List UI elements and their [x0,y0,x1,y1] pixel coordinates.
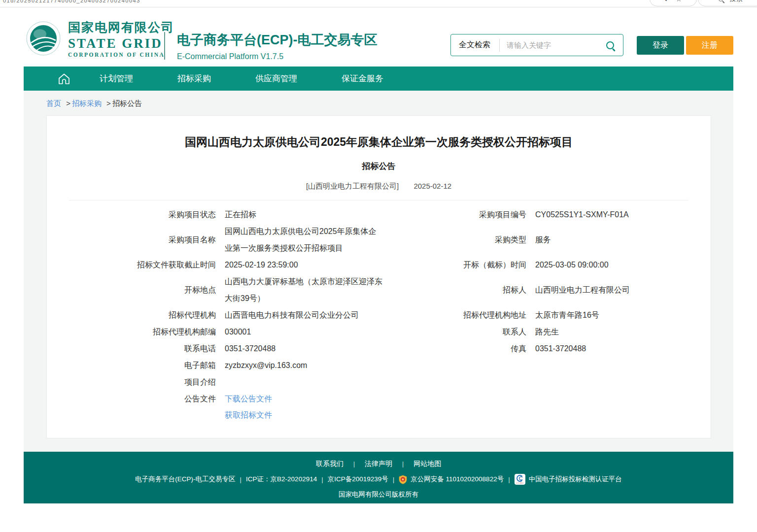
police-badge-icon [399,475,407,484]
footer-copyright: 国家电网有限公司版权所有 [24,490,733,499]
search-input[interactable] [500,41,606,49]
field-label: 开标地点 [60,273,216,307]
logo-company-sub-en: CORPORATION OF CHINA [68,52,174,58]
field-label: 联系电话 [60,340,216,357]
breadcrumb: 首页 >招标采购 >招标公告 [24,91,733,115]
notice-subtitle: 招标公告 [47,161,711,172]
footer-links: 联系我们 | 法律声明 | 网站地图 [24,452,733,468]
field-value-tenderer: 山西明业电力工程有限公司 [535,273,698,307]
get-bidding-doc-link[interactable]: 获取招标文件 [225,407,382,423]
notice-document-links: 下载公告文件 获取招标文件 [225,391,382,423]
breadcrumb-separator: > [66,99,70,107]
global-search-box: 全文检索 [450,34,623,56]
field-value-project-name: 国网山西电力太原供电公司2025年原集体企业第一次服务类授权公开招标项目 [225,223,382,257]
notice-title: 国网山西电力太原供电公司2025年原集体企业第一次服务类授权公开招标项目 [47,134,711,150]
content-area: 首页 >招标采购 >招标公告 国网山西电力太原供电公司2025年原集体企业第一次… [24,91,733,452]
ccibc-cert-icon: C C B C [515,474,525,485]
logo-company-name-en: State Grid [68,36,174,51]
main-nav: 计划管理 招标采购 供应商管理 保证金服务 [24,66,733,91]
field-label: 采购项目名称 [60,223,216,257]
bookmark-star-icon[interactable]: ☆ [676,0,682,2]
home-icon [57,71,71,86]
notice-card: 国网山西电力太原供电公司2025年原集体企业第一次服务类授权公开招标项目 招标公… [46,115,711,438]
notice-publisher: [山西明业电力工程有限公司] [306,182,399,190]
field-value-bid-opening-time: 2025-03-05 09:00:00 [535,257,698,273]
footer-contact-us-link[interactable]: 联系我们 [316,460,344,468]
nav-item-supplier-management[interactable]: 供应商管理 [255,73,297,84]
field-value-fax: 0351-3720488 [535,340,698,357]
nav-item-deposit-service[interactable]: 保证金服务 [342,73,383,84]
field-label: 招标代理机构邮编 [60,324,216,340]
search-icon[interactable] [606,41,614,49]
field-value-contact-person: 路先生 [535,324,698,340]
field-value-agency: 山西晋电电力科技有限公司众业分公司 [225,307,382,324]
notice-fields: 采购项目状态 正在招标 采购项目编号 CY0525S1Y1-SXMY-F01A … [47,206,711,423]
footer-sitemap-link[interactable]: 网站地图 [413,460,441,468]
footer-separator: | [353,461,355,467]
search-icon [719,0,723,1]
field-value-email: zyzbzxyx@vip.163.com [225,357,382,374]
state-grid-logo: 国家电网有限公司 State Grid CORPORATION OF CHINA [26,19,174,58]
field-value-agency-address: 太原市青年路16号 [535,307,698,324]
field-value-project-intro [225,374,382,391]
breadcrumb-current: 招标公告 [112,99,142,107]
field-value-agency-zipcode: 030001 [225,324,382,340]
platform-subtitle: E-Commercial Platform V1.7.5 [177,52,378,61]
search-scope-selector[interactable]: 全文检索 [451,40,499,50]
field-value-bid-opening-place: 山西电力大厦评标基地（太原市迎泽区迎泽东大街39号） [225,273,382,307]
notice-date: 2025-02-12 [413,182,451,190]
site-header: 国家电网有限公司 State Grid CORPORATION OF CHINA… [0,7,757,66]
browser-toolbar-pill[interactable]: ◐ ☆ [650,0,697,6]
browser-strip: 01d/2025021217740000_2040032700240043 ◐ … [0,0,757,7]
footer-icp-record: 京ICP备20019239号 [328,475,388,484]
field-value-project-status: 正在招标 [225,206,382,223]
field-label: 联系人 [391,324,526,340]
card-divider [69,200,688,200]
footer-separator: | [402,461,404,467]
download-announcement-link[interactable]: 下载公告文件 [225,391,382,407]
field-label: 公告文件 [60,391,216,423]
field-label: 传真 [391,340,526,357]
browser-search-pill[interactable]: 搜索 [698,0,757,6]
address-bar-partial-text: 01d/2025021217740000_2040032700240043 [3,0,140,3]
browser-search-label: 搜索 [730,0,743,3]
field-label: 开标（截标）时间 [391,257,526,273]
field-value-project-number: CY0525S1Y1-SXMY-F01A [535,206,698,223]
notice-meta: [山西明业电力工程有限公司] 2025-02-12 [47,182,711,191]
field-label: 采购类型 [391,223,526,257]
register-button[interactable]: 注册 [686,36,733,55]
field-value-phone: 0351-3720488 [225,340,382,357]
logo-company-name-cn: 国家电网有限公司 [68,19,174,35]
footer-cert-platform-link[interactable]: 中国电子招标投标检测认证平台 [529,475,622,484]
field-label: 电子邮箱 [60,357,216,374]
nav-item-plan-management[interactable]: 计划管理 [100,73,133,84]
field-label: 招标代理机构地址 [391,307,526,324]
nav-home-button[interactable] [57,71,71,86]
login-button[interactable]: 登录 [637,36,684,55]
platform-title: 电子商务平台(ECP)-电工交易专区 [177,31,378,49]
field-label: 招标人 [391,273,526,307]
state-grid-globe-icon [26,21,61,56]
field-label: 项目介绍 [60,374,216,391]
breadcrumb-separator: > [106,99,111,107]
svg-text:C C B C: C C B C [516,482,523,484]
footer-icp-license: ICP证：京B2-20202914 [246,475,317,484]
field-label: 招标文件获取截止时间 [60,257,216,273]
breadcrumb-bidding-link[interactable]: 招标采购 [72,99,102,107]
footer-public-security-record-link[interactable]: 京公网安备 11010202008822号 [411,475,504,484]
field-value-procurement-type: 服务 [535,223,698,257]
breadcrumb-home-link[interactable]: 首页 [46,99,61,107]
footer-platform-name: 电子商务平台(ECP)-电工交易专区 [135,475,235,484]
field-label: 采购项目编号 [391,206,526,223]
nav-item-bidding-procurement[interactable]: 招标采购 [177,73,211,84]
field-value-doc-deadline: 2025-02-19 23:59:00 [225,257,382,273]
field-label: 招标代理机构 [60,307,216,324]
reader-mode-icon[interactable]: ◐ [664,0,668,2]
site-footer: 联系我们 | 法律声明 | 网站地图 电子商务平台(ECP)-电工交易专区 | … [24,452,733,503]
footer-legal-notice-link[interactable]: 法律声明 [365,460,392,468]
field-label: 采购项目状态 [60,206,216,223]
footer-registration-line: 电子商务平台(ECP)-电工交易专区 | ICP证：京B2-20202914 |… [24,474,733,485]
header-divider [164,32,165,60]
